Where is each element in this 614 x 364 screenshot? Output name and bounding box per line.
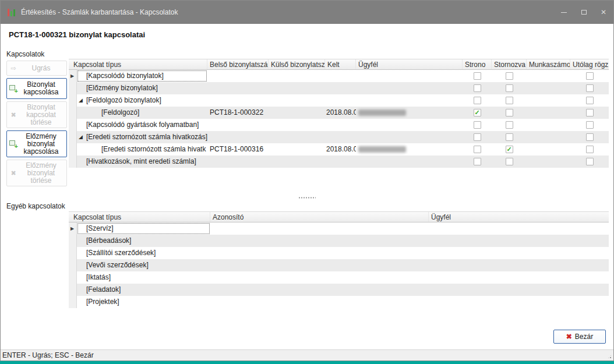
cell-azonosito[interactable] xyxy=(210,235,429,247)
table-row[interactable]: [Kapcsolódó gyártások folyamatban] xyxy=(69,119,609,131)
cell-ugyfel[interactable] xyxy=(429,259,609,271)
cell-kelt[interactable] xyxy=(325,156,356,168)
cell-kapcsolat-tipus[interactable]: ◢[Eredeti sztornózott számla hivatkozás] xyxy=(77,131,207,143)
checkbox-strono[interactable] xyxy=(474,84,481,92)
column-header-stornozva[interactable]: Stornozva xyxy=(492,59,527,69)
close-dialog-button[interactable]: ✖ Bezár xyxy=(553,330,606,344)
cell-ugyfel[interactable] xyxy=(429,222,609,235)
cell-stornozva[interactable] xyxy=(492,70,527,82)
cell-kapcsolat-tipus[interactable]: [Kapcsolódó bizonylatok] xyxy=(77,70,207,82)
cell-belso_bizonylatszam[interactable] xyxy=(207,156,269,168)
cell-munkaszamok[interactable] xyxy=(527,70,570,82)
cell-ugyfel[interactable] xyxy=(356,143,463,156)
cell-stornozva[interactable]: ✓ xyxy=(492,143,527,156)
link-predecessor-button[interactable]: + Előzmény bizonylat kapcsolása xyxy=(6,130,67,157)
title-bar[interactable]: Értékesítés - Számlák karbantartása - Ka… xyxy=(1,1,613,24)
table-row[interactable]: [Bérbeadások] xyxy=(69,235,609,247)
cell-strono[interactable] xyxy=(463,119,492,131)
cell-kelt[interactable]: 2018.08.09. xyxy=(325,107,356,119)
cell-utolag[interactable] xyxy=(570,119,609,131)
delete-document-link-button[interactable]: ✖ Bizonylat kapcsolat törlése xyxy=(6,101,67,128)
cell-ugyfel[interactable] xyxy=(356,107,463,119)
cell-stornozva[interactable] xyxy=(492,131,527,143)
checkbox-stornozva[interactable] xyxy=(506,121,513,129)
cell-kapcsolat-tipus[interactable]: [Előzmény bizonylatok] xyxy=(77,82,207,94)
checkbox-utolag[interactable] xyxy=(586,146,594,153)
table-row[interactable]: [Vevői szerződések] xyxy=(69,259,609,271)
table-row[interactable]: [Szállítói szerződések] xyxy=(69,247,609,259)
checkbox-strono[interactable]: ✓ xyxy=(474,109,481,116)
cell-strono[interactable] xyxy=(463,94,492,107)
table-row[interactable]: ▶[Szervíz] xyxy=(69,222,609,235)
cell-kulso_bizonylatszam[interactable] xyxy=(269,107,325,119)
checkbox-utolag[interactable] xyxy=(586,121,594,129)
cell-strono[interactable] xyxy=(463,82,492,94)
table-row[interactable]: [Előzmény bizonylatok] xyxy=(69,82,609,94)
cell-kapcsolat-tipus[interactable]: [Kapcsolódó gyártások folyamatban] xyxy=(77,119,207,131)
delete-predecessor-button[interactable]: ✖ Előzmény bizonylat törlése xyxy=(6,160,67,186)
cell-belso_bizonylatszam[interactable] xyxy=(207,94,269,107)
cell-stornozva[interactable] xyxy=(492,107,527,119)
cell-stornozva[interactable] xyxy=(492,94,527,107)
checkbox-stornozva[interactable] xyxy=(506,109,513,116)
cell-azonosito[interactable] xyxy=(210,247,429,259)
cell-munkaszamok[interactable] xyxy=(527,82,570,94)
column-header-strono[interactable]: Strono xyxy=(463,59,492,69)
column-header-kapcsolat-tipus[interactable]: Kapcsolat típus xyxy=(69,212,210,222)
table-row[interactable]: [Eredeti sztornózott számla hivatkPCT18-… xyxy=(69,143,609,156)
cell-belso_bizonylatszam[interactable]: PCT18-1-000322 xyxy=(207,107,269,119)
cell-kapcsolat-tipus[interactable]: [Feladatok] xyxy=(77,284,210,296)
cell-ugyfel[interactable] xyxy=(429,247,609,259)
column-header-azonosito[interactable]: Azonosító xyxy=(210,212,429,222)
cell-ugyfel[interactable] xyxy=(356,94,463,107)
checkbox-utolag[interactable] xyxy=(586,133,594,141)
checkbox-strono[interactable] xyxy=(474,158,481,165)
table-row[interactable]: ◢[Eredeti sztornózott számla hivatkozás] xyxy=(69,131,609,143)
checkbox-strono[interactable] xyxy=(474,97,481,104)
cell-belso_bizonylatszam[interactable] xyxy=(207,131,269,143)
expander-icon[interactable]: ◢ xyxy=(79,131,83,143)
checkbox-strono[interactable] xyxy=(474,146,481,153)
cell-kapcsolat-tipus[interactable]: [Eredeti sztornózott számla hivatk xyxy=(77,143,207,156)
checkbox-utolag[interactable] xyxy=(586,109,594,116)
cell-utolag[interactable] xyxy=(570,70,609,82)
cell-kapcsolat-tipus[interactable]: [Hivatkozások, mint eredeti számla] xyxy=(77,156,207,168)
table-row[interactable]: [Feladatok] xyxy=(69,284,609,296)
cell-ugyfel[interactable] xyxy=(356,119,463,131)
link-document-button[interactable]: + Bizonylat kapcsolása xyxy=(6,78,67,99)
cell-kelt[interactable] xyxy=(325,119,356,131)
cell-kelt[interactable] xyxy=(325,70,356,82)
table-row[interactable]: [Hivatkozások, mint eredeti számla] xyxy=(69,156,609,168)
cell-stornozva[interactable] xyxy=(492,119,527,131)
cell-kulso_bizonylatszam[interactable] xyxy=(269,119,325,131)
checkbox-stornozva[interactable] xyxy=(506,84,513,92)
cell-munkaszamok[interactable] xyxy=(527,107,570,119)
expander-icon[interactable]: ◢ xyxy=(79,94,83,107)
cell-kulso_bizonylatszam[interactable] xyxy=(269,156,325,168)
cell-belso_bizonylatszam[interactable] xyxy=(207,70,269,82)
column-header-utolag[interactable]: Utólag rögz... xyxy=(570,59,609,69)
cell-strono[interactable] xyxy=(463,156,492,168)
cell-utolag[interactable] xyxy=(570,82,609,94)
cell-azonosito[interactable] xyxy=(210,296,429,308)
column-header-kelt[interactable]: Kelt xyxy=(325,59,356,69)
cell-ugyfel[interactable] xyxy=(429,271,609,284)
cell-stornozva[interactable] xyxy=(492,156,527,168)
cell-kelt[interactable] xyxy=(325,94,356,107)
table-row[interactable]: [Projektek] xyxy=(69,296,609,308)
checkbox-stornozva[interactable] xyxy=(506,158,513,165)
cell-kapcsolat-tipus[interactable]: [Vevői szerződések] xyxy=(77,259,210,271)
cell-munkaszamok[interactable] xyxy=(527,156,570,168)
table-row[interactable]: ▶[Kapcsolódó bizonylatok] xyxy=(69,70,609,82)
cell-utolag[interactable] xyxy=(570,143,609,156)
cell-belso_bizonylatszam[interactable] xyxy=(207,82,269,94)
cell-munkaszamok[interactable] xyxy=(527,119,570,131)
column-header-kulso-bizonylatszam[interactable]: Külső bizonylatszám xyxy=(269,59,325,69)
cell-strono[interactable] xyxy=(463,143,492,156)
cell-kulso_bizonylatszam[interactable] xyxy=(269,94,325,107)
cell-kulso_bizonylatszam[interactable] xyxy=(269,70,325,82)
checkbox-strono[interactable] xyxy=(474,72,481,80)
table-row[interactable]: ◢[Feldolgozó bizonylatok] xyxy=(69,94,609,107)
cell-ugyfel[interactable] xyxy=(429,296,609,308)
table-row[interactable]: [Feldolgozó]PCT18-1-0003222018.08.09.✓ xyxy=(69,107,609,119)
